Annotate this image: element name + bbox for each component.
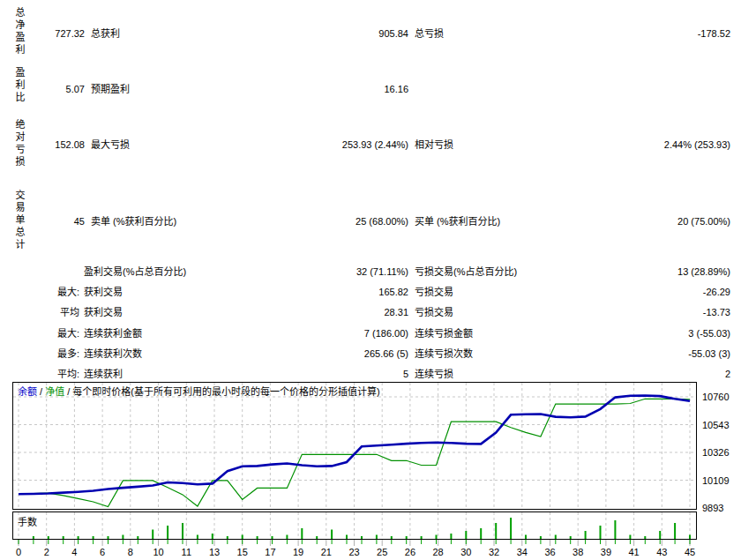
stat-left-label: 连续获利金额: [84, 327, 142, 340]
lots-bar: [122, 535, 124, 540]
x-axis-label: 26: [405, 547, 415, 557]
lots-bar: [242, 535, 243, 540]
x-axis-label: 39: [601, 547, 611, 557]
stat-mid-value: 28.31: [232, 306, 408, 318]
stat-right-value: 2: [554, 368, 730, 380]
lots-bar: [197, 535, 198, 540]
x-axis-label: 30: [460, 547, 471, 557]
lots-bar: [78, 536, 79, 539]
lots-bar: [212, 534, 213, 539]
x-axis-label: 10: [153, 547, 163, 557]
stat-row: 152.08最大亏损253.93 (2.44%)相对亏损2.44% (253.9…: [0, 138, 741, 151]
x-axis-label: 21: [321, 547, 332, 557]
x-axis-label: 23: [348, 547, 359, 557]
x-axis-label: 34: [517, 547, 528, 557]
stat-right-value: -13.73: [554, 306, 730, 318]
strategy-tester-report: 总净盈利盈利比绝对亏损交易单总计 727.32总获利905.84总亏损-178.…: [0, 0, 741, 560]
x-axis-label: 13: [209, 547, 220, 557]
lots-bar: [644, 536, 646, 539]
x-axis-label: 28: [432, 547, 443, 557]
stat-row: 最大:获利交易165.82亏损交易-26.29: [0, 286, 741, 298]
lots-bar: [257, 536, 258, 539]
lots-bar: [465, 531, 467, 539]
stat-left-label: 盈利交易(%占总百分比): [84, 265, 186, 278]
x-axis-label: 25: [377, 547, 387, 557]
stat-left-label: 总获利: [91, 27, 120, 40]
stat-mid-value: 32 (71.11%): [232, 265, 408, 278]
stat-left-label: 卖单 (%获利百分比): [91, 215, 176, 228]
lots-bar: [540, 536, 542, 539]
lots-bar: [480, 528, 482, 539]
stat-right-value: 2.44% (253.93): [554, 138, 730, 151]
lots-bar: [152, 530, 153, 540]
stat-mid-value: 253.93 (2.44%): [232, 138, 408, 151]
lots-bar: [108, 536, 109, 539]
stat-row: 平均获利交易28.31亏损交易-13.73: [0, 306, 741, 318]
lots-bar: [585, 531, 587, 539]
stat-mid-label: 相对亏损: [415, 138, 453, 151]
x-axis-label: 4: [71, 547, 77, 557]
lots-bar: [495, 523, 497, 539]
stat-row: 5.07预期盈利16.16: [0, 83, 741, 95]
lots-bar: [614, 520, 616, 539]
stat-mid-label: 亏损交易: [415, 306, 453, 318]
lots-bar: [674, 523, 676, 539]
y-axis-label: 10760: [702, 392, 730, 402]
stat-mid-label: 买单 (%获利百分比): [415, 215, 500, 228]
stat-left-value: 5.07: [0, 83, 85, 95]
lots-bar: [93, 536, 94, 539]
lots-bar: [137, 536, 138, 539]
y-axis-label: 10326: [702, 447, 730, 458]
lots-bar: [227, 536, 228, 539]
lots-bar: [450, 534, 452, 539]
lots-bar: [570, 536, 572, 539]
x-axis-label: 45: [685, 547, 695, 557]
report-charts: 9893101091032610543107600246810111315171…: [0, 379, 741, 560]
lots-bar: [436, 535, 438, 540]
lots-bar: [182, 523, 183, 539]
x-axis-label: 19: [293, 547, 303, 557]
lots-bar: [346, 535, 348, 540]
stat-mid-value: 7 (186.00): [232, 327, 408, 340]
lots-bar: [421, 536, 423, 539]
stat-left-value: 平均: [0, 306, 79, 318]
stat-left-value: 727.32: [0, 27, 85, 40]
stat-mid-label: 亏损交易: [415, 286, 453, 298]
stat-row: 727.32总获利905.84总亏损-178.52: [0, 27, 741, 40]
x-axis-label: 32: [489, 547, 499, 557]
stat-mid-label: 连续亏损: [415, 368, 453, 380]
stat-left-label: 获利交易: [84, 286, 123, 298]
lots-bar: [316, 536, 318, 539]
y-axis-label: 9893: [702, 503, 723, 513]
stat-left-label: 预期盈利: [91, 83, 130, 95]
x-axis-label: 15: [237, 547, 248, 557]
stat-mid-value: 5: [232, 368, 408, 380]
stat-row: 盈利交易(%占总百分比)32 (71.11%)亏损交易(%占总百分比)13 (2…: [0, 265, 741, 278]
lots-bar: [629, 535, 631, 540]
lots-bar: [48, 536, 49, 539]
lots-bar: [167, 526, 168, 539]
x-axis-label: 43: [656, 547, 667, 557]
stat-row: 最大:连续获利金额7 (186.00)连续亏损金额3 (-55.03): [0, 327, 741, 340]
stat-left-label: 获利交易: [84, 306, 123, 318]
lots-bar: [600, 526, 602, 539]
stat-left-value: 152.08: [0, 138, 85, 151]
stat-right-value: 20 (75.00%): [554, 215, 730, 228]
x-axis-label: 38: [573, 547, 583, 557]
stat-row: 45卖单 (%获利百分比)25 (68.00%)买单 (%获利百分比)20 (7…: [0, 215, 741, 228]
x-axis-label: 41: [628, 547, 639, 557]
stat-left-value: 最大:: [0, 327, 79, 340]
y-axis-label: 10109: [702, 475, 730, 486]
lots-bar: [406, 536, 408, 539]
stat-right-value: -178.52: [554, 27, 730, 40]
stat-right-value: 13 (28.89%): [554, 265, 730, 278]
lots-bar: [391, 536, 393, 539]
lots-bar: [272, 536, 273, 539]
stat-left-value: 最大:: [0, 286, 79, 298]
stat-mid-label: 亏损交易(%占总百分比): [415, 265, 517, 278]
stat-row: 最多:连续获利次数265.66 (5)连续亏损次数-55.03 (3): [0, 347, 741, 360]
stat-right-value: -26.29: [554, 286, 730, 298]
stat-mid-label: 连续亏损次数: [415, 347, 473, 360]
lots-bar: [361, 536, 363, 539]
x-axis-label: 6: [100, 547, 105, 557]
